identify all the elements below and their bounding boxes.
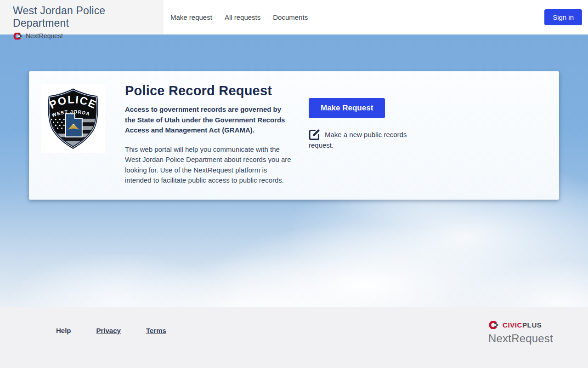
- civicplus-logo-icon: [13, 33, 23, 40]
- brand-civic: CIVIC: [503, 321, 522, 329]
- portal-description: This web portal will help you communicat…: [125, 144, 294, 186]
- site-title: West Jordan Police Department: [13, 5, 164, 29]
- civicplus-logo-icon: [488, 321, 499, 329]
- site-branding[interactable]: West Jordan Police Department NextReques…: [0, 0, 164, 34]
- brand-name: NextRequest: [26, 32, 63, 40]
- nav-all-requests[interactable]: All requests: [225, 13, 260, 21]
- civicplus-wordmark: CIVICPLUS: [488, 321, 553, 329]
- brand-plus: PLUS: [522, 321, 542, 329]
- police-shield-graphic: POLICE WEST JORDAN: [44, 86, 102, 151]
- record-request-card: POLICE WEST JORDAN Police Record Request…: [29, 71, 559, 200]
- footer: Help Privacy Terms CIVICPLUS NextRequest: [0, 307, 588, 368]
- sign-in-button[interactable]: Sign in: [544, 9, 582, 25]
- hero-sky-background: POLICE WEST JORDAN Police Record Request…: [0, 34, 588, 307]
- footer-brand[interactable]: CIVICPLUS NextRequest: [488, 321, 553, 345]
- nav-make-request[interactable]: Make request: [170, 13, 212, 21]
- grama-notice: Access to government records are governe…: [125, 104, 288, 136]
- make-request-hint: Make a new public records request.: [309, 128, 412, 151]
- main-nav: Make request All requests Documents: [170, 0, 308, 34]
- make-request-button[interactable]: Make Request: [309, 98, 385, 118]
- nav-documents[interactable]: Documents: [273, 13, 308, 21]
- footer-link-privacy[interactable]: Privacy: [96, 327, 121, 334]
- footer-link-help[interactable]: Help: [56, 327, 71, 334]
- card-copy: Police Record Request Access to governme…: [125, 83, 296, 186]
- page-title: Police Record Request: [125, 83, 296, 98]
- card-actions: Make Request Make a new public records r…: [309, 98, 415, 151]
- header: West Jordan Police Department NextReques…: [0, 0, 588, 34]
- police-badge-image: POLICE WEST JORDAN: [41, 84, 105, 153]
- footer-link-terms[interactable]: Terms: [146, 327, 166, 334]
- nextrequest-brand: NextRequest: [13, 32, 164, 40]
- make-request-hint-text: Make a new public records request.: [309, 131, 407, 149]
- footer-product-name: NextRequest: [488, 332, 553, 345]
- edit-pencil-icon: [309, 128, 321, 140]
- footer-links: Help Privacy Terms: [56, 327, 166, 334]
